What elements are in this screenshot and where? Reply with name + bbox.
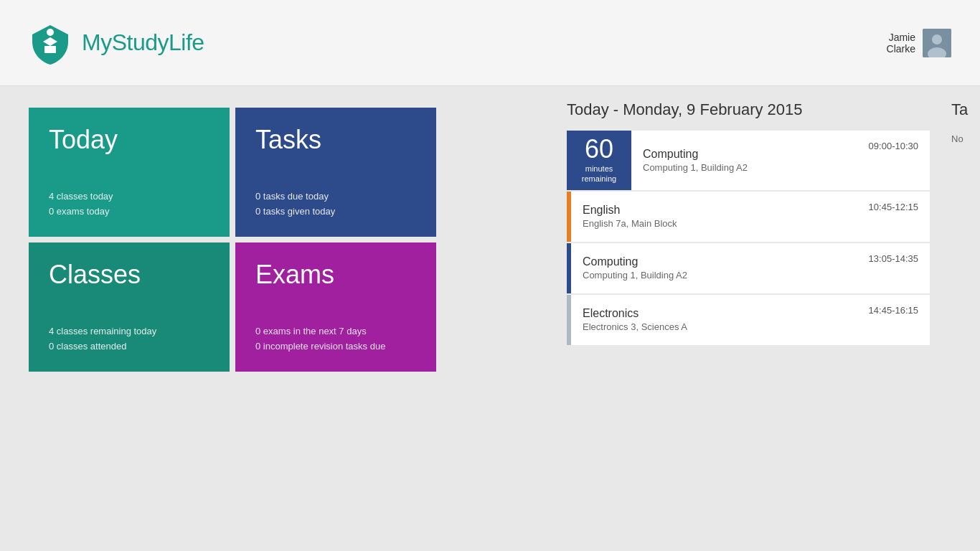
today-tile-stats: 4 classes today 0 exams today bbox=[49, 189, 209, 220]
countdown-box: 60 minutesremaining bbox=[567, 131, 631, 190]
schedule-item-sub-3: Computing 1, Building A2 bbox=[583, 270, 846, 281]
user-area[interactable]: Jamie Clarke bbox=[887, 29, 951, 57]
countdown-number: 60 bbox=[585, 136, 613, 162]
schedule-item-computing-1[interactable]: 60 minutesremaining Computing Computing … bbox=[567, 131, 930, 190]
user-avatar[interactable] bbox=[923, 29, 951, 57]
schedule-item-name-2: English bbox=[583, 204, 846, 217]
tasks-tile-stats: 0 tasks due today 0 tasks given today bbox=[255, 189, 416, 220]
svg-point-1 bbox=[47, 29, 54, 36]
avatar-image bbox=[923, 29, 951, 57]
schedule-item-content-1: Computing Computing 1, Building A2 bbox=[631, 131, 857, 190]
schedule-item-name-1: Computing bbox=[643, 148, 846, 161]
schedule-item-name-3: Computing bbox=[583, 255, 846, 268]
svg-rect-0 bbox=[44, 46, 56, 53]
logo-text: MyStudyLife bbox=[82, 29, 204, 56]
tasks-tile[interactable]: Tasks 0 tasks due today 0 tasks given to… bbox=[235, 108, 436, 237]
schedule-item-content-4: Electronics Electronics 3, Sciences A bbox=[571, 295, 857, 345]
schedule-panel: Today - Monday, 9 February 2015 60 minut… bbox=[545, 86, 951, 551]
exams-tile-stats: 0 exams in the next 7 days 0 incomplete … bbox=[255, 324, 416, 354]
tasks-tile-title: Tasks bbox=[255, 125, 416, 155]
schedule-item-name-4: Electronics bbox=[583, 307, 846, 320]
svg-point-3 bbox=[932, 34, 942, 44]
schedule-item-time-4: 14:45-16:15 bbox=[857, 296, 930, 324]
schedule-header: Today - Monday, 9 February 2015 bbox=[567, 100, 930, 119]
schedule-item-time-1: 09:00-10:30 bbox=[857, 132, 930, 160]
main-content: Today 4 classes today 0 exams today Task… bbox=[0, 86, 980, 551]
logo-area: MyStudyLife bbox=[29, 22, 204, 65]
exams-tile[interactable]: Exams 0 exams in the next 7 days 0 incom… bbox=[235, 242, 436, 372]
logo-icon bbox=[29, 22, 72, 65]
today-tile[interactable]: Today 4 classes today 0 exams today bbox=[29, 108, 230, 237]
schedule-item-electronics[interactable]: Electronics Electronics 3, Sciences A 14… bbox=[567, 295, 930, 345]
classes-tile-stats: 4 classes remaining today 0 classes atte… bbox=[49, 324, 209, 354]
schedule-item-english[interactable]: English English 7a, Main Block 10:45-12:… bbox=[567, 192, 930, 242]
schedule-item-time-2: 10:45-12:15 bbox=[857, 193, 930, 221]
countdown-label: minutesremaining bbox=[582, 164, 616, 184]
right-peek-panel: Ta No bbox=[951, 86, 980, 551]
schedule-item-computing-2[interactable]: Computing Computing 1, Building A2 13:05… bbox=[567, 243, 930, 293]
schedule-item-sub-4: Electronics 3, Sciences A bbox=[583, 321, 846, 332]
classes-tile-title: Classes bbox=[49, 260, 209, 290]
user-name: Jamie Clarke bbox=[887, 32, 915, 55]
schedule-item-sub-1: Computing 1, Building A2 bbox=[643, 162, 846, 173]
classes-tile[interactable]: Classes 4 classes remaining today 0 clas… bbox=[29, 242, 230, 372]
today-tile-title: Today bbox=[49, 125, 209, 155]
schedule-item-content-3: Computing Computing 1, Building A2 bbox=[571, 243, 857, 293]
tiles-panel: Today 4 classes today 0 exams today Task… bbox=[0, 86, 545, 551]
right-peek-sub: No bbox=[951, 133, 980, 144]
schedule-item-time-3: 13:05-14:35 bbox=[857, 245, 930, 273]
header: MyStudyLife Jamie Clarke bbox=[0, 0, 980, 86]
exams-tile-title: Exams bbox=[255, 260, 416, 290]
schedule-list: 60 minutesremaining Computing Computing … bbox=[567, 131, 930, 345]
right-peek-title: Ta bbox=[951, 100, 980, 119]
schedule-item-sub-2: English 7a, Main Block bbox=[583, 218, 846, 229]
schedule-item-content-2: English English 7a, Main Block bbox=[571, 192, 857, 242]
